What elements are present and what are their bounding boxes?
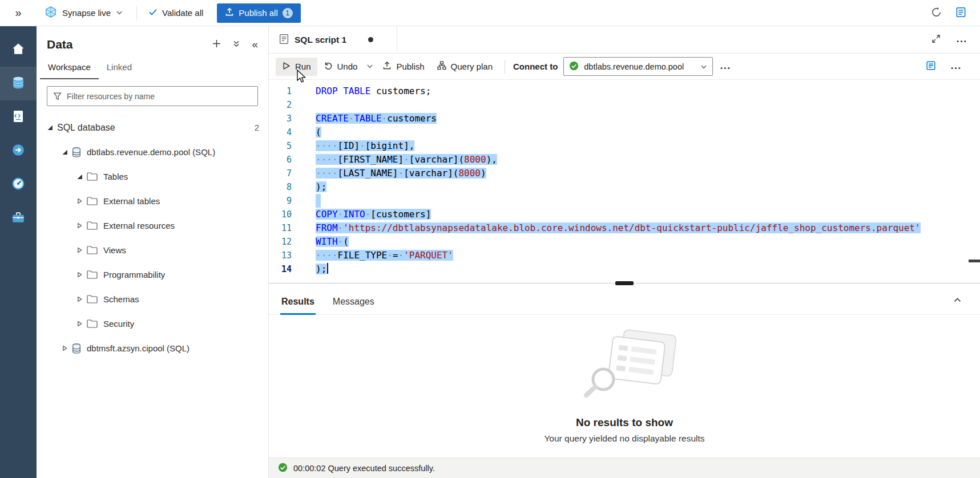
chevron-collapsed-icon[interactable]	[62, 345, 72, 351]
splitter-drag-handle[interactable]	[615, 281, 634, 285]
code-line[interactable]: 1DROP TABLE customers;	[269, 84, 980, 98]
line-number[interactable]: 6	[269, 153, 304, 167]
undo-button[interactable]: Undo	[317, 57, 364, 76]
code-line[interactable]: 14);	[269, 262, 980, 276]
publish-button[interactable]: Publish	[376, 57, 430, 76]
code-line[interactable]: 6····[FIRST_NAME]·[varchar](8000),	[269, 153, 980, 167]
connect-to-pool-dropdown[interactable]: dbtlabs.revenue.demo.pool	[563, 57, 713, 76]
line-number[interactable]: 14	[269, 262, 304, 276]
editor-results-splitter[interactable]	[269, 281, 980, 286]
code-line[interactable]: 9	[269, 194, 980, 208]
line-number[interactable]: 7	[269, 167, 304, 180]
chevron-collapsed-icon[interactable]	[76, 321, 87, 327]
release-notes-button[interactable]	[955, 7, 966, 19]
code-line[interactable]: 5····[ID]·[bigint],	[269, 139, 980, 153]
code-line[interactable]: 2	[269, 98, 980, 112]
query-plan-label: Query plan	[451, 62, 493, 71]
line-number[interactable]: 10	[269, 208, 304, 221]
empty-results-subtitle: Your query yielded no displayable result…	[544, 434, 704, 444]
code-line[interactable]: 13····FILE_TYPE·=·'PARQUET'	[269, 249, 980, 262]
database-icon	[72, 147, 81, 157]
tree-item[interactable]: Schemas	[37, 287, 268, 311]
tree-item[interactable]: External resources	[37, 213, 268, 238]
code-line[interactable]: 10COPY·INTO·[customers]	[269, 208, 980, 221]
database-icon	[11, 75, 26, 92]
chevron-collapsed-icon[interactable]	[76, 198, 87, 204]
expand-sidebar-button[interactable]: »	[0, 6, 37, 19]
properties-button[interactable]	[926, 60, 936, 72]
collapse-panel-button[interactable]: «	[252, 38, 258, 51]
code-line[interactable]: 4(	[269, 125, 980, 139]
code-line[interactable]: 7····[LAST_NAME]·[varchar](8000)	[269, 167, 980, 180]
more-options-button[interactable]	[951, 62, 961, 71]
collapse-results-button[interactable]	[953, 296, 977, 314]
tab-more-actions-button[interactable]	[957, 35, 966, 44]
add-resource-button[interactable]	[212, 38, 221, 51]
nav-data-button[interactable]	[0, 67, 37, 100]
nav-develop-button[interactable]	[0, 100, 37, 134]
tree-item[interactable]: Security	[37, 311, 268, 336]
workspace-switcher[interactable]: Synapse live	[37, 6, 131, 20]
sql-code-editor[interactable]: 1DROP TABLE customers;23CREATE·TABLE·cus…	[269, 80, 980, 281]
double-chevron-right-icon: »	[15, 6, 21, 19]
undo-redo-dropdown-button[interactable]	[364, 58, 376, 75]
chevron-expanded-icon[interactable]	[47, 124, 57, 131]
run-label: Run	[295, 62, 311, 71]
line-number[interactable]: 11	[269, 221, 304, 235]
tree-item-label: External resources	[103, 221, 175, 230]
chevron-down-icon	[116, 8, 123, 18]
refresh-button[interactable]	[931, 7, 942, 19]
chevron-expanded-icon[interactable]	[76, 173, 87, 180]
expand-all-button[interactable]	[232, 38, 240, 51]
tab-linked[interactable]: Linked	[99, 55, 140, 79]
tab-messages[interactable]: Messages	[324, 289, 384, 314]
tree-item-label: Views	[103, 245, 126, 255]
line-number[interactable]: 1	[269, 84, 304, 98]
database-icon	[72, 343, 81, 354]
nav-integrate-button[interactable]	[0, 134, 37, 168]
overview-ruler-cursor-mark	[969, 260, 980, 262]
chevron-collapsed-icon[interactable]	[76, 247, 87, 253]
toolbar-more-actions-button[interactable]	[717, 58, 733, 75]
chevron-collapsed-icon[interactable]	[76, 296, 87, 302]
editor-toolbar: Run Undo Publish Query plan	[269, 54, 980, 80]
line-number[interactable]: 2	[269, 98, 304, 112]
nav-monitor-button[interactable]	[0, 168, 37, 201]
tree-item[interactable]: Tables	[37, 164, 268, 189]
line-number[interactable]: 12	[269, 235, 304, 249]
chevron-collapsed-icon[interactable]	[76, 222, 87, 229]
filter-resources-input[interactable]	[47, 86, 258, 106]
nav-home-button[interactable]	[0, 33, 37, 67]
tree-item[interactable]: dbtlabs.revenue.demo.pool (SQL)	[37, 140, 268, 164]
line-number[interactable]: 13	[269, 249, 304, 262]
line-number[interactable]: 4	[269, 125, 304, 139]
tab-sql-script-1[interactable]: SQL script 1	[269, 26, 397, 53]
line-number[interactable]: 9	[269, 194, 304, 208]
chevron-expanded-icon[interactable]	[62, 149, 72, 155]
tree-item[interactable]: SQL database2	[37, 115, 268, 140]
run-button[interactable]: Run	[276, 58, 317, 76]
tab-results[interactable]: Results	[272, 289, 324, 314]
expand-editor-button[interactable]	[931, 34, 941, 45]
tree-item[interactable]: External tables	[37, 189, 268, 213]
code-line[interactable]: 8);	[269, 180, 980, 194]
query-plan-icon	[437, 61, 446, 72]
tree-item[interactable]: dbtmsft.azsyn.cipool (SQL)	[37, 336, 268, 360]
success-check-icon	[278, 463, 288, 474]
publish-all-label: Publish all	[239, 8, 277, 18]
code-line[interactable]: 11FROM·'https://dbtlabsynapsedatalake.bl…	[269, 221, 980, 235]
upload-icon	[382, 61, 392, 72]
line-number[interactable]: 3	[269, 112, 304, 125]
publish-all-button[interactable]: Publish all 1	[217, 3, 300, 23]
line-number[interactable]: 8	[269, 180, 304, 194]
line-number[interactable]: 5	[269, 139, 304, 153]
chevron-collapsed-icon[interactable]	[76, 272, 87, 278]
query-plan-button[interactable]: Query plan	[431, 57, 499, 76]
tree-item[interactable]: Programmability	[37, 262, 268, 287]
code-line[interactable]: 12WITH·(	[269, 235, 980, 249]
nav-manage-button[interactable]	[0, 201, 37, 235]
validate-all-button[interactable]: Validate all	[143, 4, 209, 22]
code-line[interactable]: 3CREATE·TABLE·customers	[269, 112, 980, 125]
tree-item[interactable]: Views	[37, 238, 268, 262]
tab-workspace[interactable]: Workspace	[40, 55, 99, 79]
